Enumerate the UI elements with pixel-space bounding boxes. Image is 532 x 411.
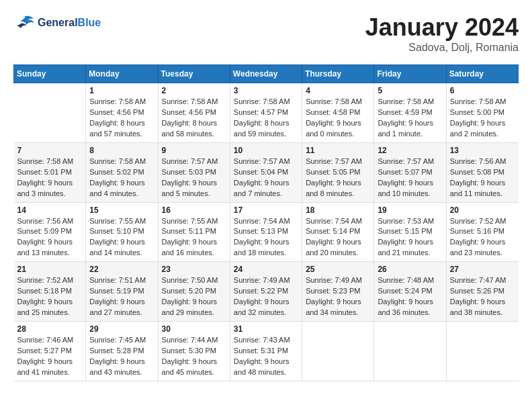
month-title: January 2024 <box>365 13 519 42</box>
header-friday: Friday <box>374 65 446 83</box>
week-row-1: 1Sunrise: 7:58 AM Sunset: 4:56 PM Daylig… <box>14 83 519 143</box>
day-info: Sunrise: 7:57 AM Sunset: 5:07 PM Dayligh… <box>378 156 442 199</box>
day-number: 6 <box>450 86 515 95</box>
header-saturday: Saturday <box>446 65 518 83</box>
day-info: Sunrise: 7:48 AM Sunset: 5:24 PM Dayligh… <box>378 275 442 318</box>
day-number: 3 <box>234 86 298 95</box>
week-row-3: 14Sunrise: 7:56 AM Sunset: 5:09 PM Dayli… <box>14 202 519 262</box>
calendar-cell: 18Sunrise: 7:54 AM Sunset: 5:14 PM Dayli… <box>302 202 374 262</box>
calendar-cell: 15Sunrise: 7:55 AM Sunset: 5:10 PM Dayli… <box>86 202 158 262</box>
day-info: Sunrise: 7:58 AM Sunset: 4:56 PM Dayligh… <box>89 97 154 140</box>
day-info: Sunrise: 7:49 AM Sunset: 5:22 PM Dayligh… <box>234 275 298 318</box>
logo-text: GeneralBlue <box>38 17 101 29</box>
calendar-cell: 22Sunrise: 7:51 AM Sunset: 5:19 PM Dayli… <box>86 262 158 322</box>
day-number: 24 <box>234 265 298 274</box>
calendar-cell <box>14 83 86 143</box>
header-thursday: Thursday <box>302 65 374 83</box>
calendar-cell: 26Sunrise: 7:48 AM Sunset: 5:24 PM Dayli… <box>374 262 446 322</box>
day-info: Sunrise: 7:55 AM Sunset: 5:10 PM Dayligh… <box>89 216 154 259</box>
calendar-cell: 5Sunrise: 7:58 AM Sunset: 4:59 PM Daylig… <box>374 83 446 143</box>
day-info: Sunrise: 7:46 AM Sunset: 5:27 PM Dayligh… <box>17 335 83 378</box>
day-number: 19 <box>378 205 442 215</box>
calendar-cell: 27Sunrise: 7:47 AM Sunset: 5:26 PM Dayli… <box>446 262 518 322</box>
day-info: Sunrise: 7:57 AM Sunset: 5:05 PM Dayligh… <box>306 156 370 199</box>
calendar-cell: 3Sunrise: 7:58 AM Sunset: 4:57 PM Daylig… <box>230 83 302 143</box>
day-info: Sunrise: 7:56 AM Sunset: 5:09 PM Dayligh… <box>17 216 83 259</box>
calendar-cell <box>302 322 374 381</box>
calendar-cell: 31Sunrise: 7:43 AM Sunset: 5:31 PM Dayli… <box>230 322 302 381</box>
day-number: 14 <box>17 205 83 215</box>
calendar-cell: 21Sunrise: 7:52 AM Sunset: 5:18 PM Dayli… <box>14 262 86 322</box>
calendar-cell: 20Sunrise: 7:52 AM Sunset: 5:16 PM Dayli… <box>446 202 518 262</box>
calendar-cell: 14Sunrise: 7:56 AM Sunset: 5:09 PM Dayli… <box>14 202 86 262</box>
day-number: 5 <box>378 86 442 95</box>
day-number: 1 <box>89 86 154 95</box>
day-number: 21 <box>17 265 83 274</box>
day-info: Sunrise: 7:50 AM Sunset: 5:20 PM Dayligh… <box>162 275 226 318</box>
day-info: Sunrise: 7:56 AM Sunset: 5:08 PM Dayligh… <box>450 156 515 199</box>
day-number: 15 <box>89 205 154 215</box>
header-monday: Monday <box>86 65 158 83</box>
calendar-cell: 29Sunrise: 7:45 AM Sunset: 5:28 PM Dayli… <box>86 322 158 381</box>
day-number: 7 <box>17 146 83 155</box>
location: Sadova, Dolj, Romania <box>365 42 519 54</box>
calendar-cell: 13Sunrise: 7:56 AM Sunset: 5:08 PM Dayli… <box>446 142 518 202</box>
day-number: 29 <box>89 324 154 334</box>
day-number: 10 <box>234 146 298 155</box>
day-info: Sunrise: 7:47 AM Sunset: 5:26 PM Dayligh… <box>450 275 515 318</box>
day-info: Sunrise: 7:45 AM Sunset: 5:28 PM Dayligh… <box>89 335 154 378</box>
day-info: Sunrise: 7:52 AM Sunset: 5:16 PM Dayligh… <box>450 216 515 259</box>
day-info: Sunrise: 7:51 AM Sunset: 5:19 PM Dayligh… <box>89 275 154 318</box>
day-info: Sunrise: 7:54 AM Sunset: 5:13 PM Dayligh… <box>234 216 298 259</box>
day-number: 8 <box>89 146 154 155</box>
day-number: 23 <box>162 265 226 274</box>
day-info: Sunrise: 7:43 AM Sunset: 5:31 PM Dayligh… <box>234 335 298 378</box>
day-number: 12 <box>378 146 442 155</box>
header-sunday: Sunday <box>14 65 86 83</box>
day-info: Sunrise: 7:55 AM Sunset: 5:11 PM Dayligh… <box>162 216 226 259</box>
calendar-cell: 8Sunrise: 7:58 AM Sunset: 5:02 PM Daylig… <box>86 142 158 202</box>
calendar-cell: 12Sunrise: 7:57 AM Sunset: 5:07 PM Dayli… <box>374 142 446 202</box>
calendar-cell: 7Sunrise: 7:58 AM Sunset: 5:01 PM Daylig… <box>14 142 86 202</box>
calendar-cell: 28Sunrise: 7:46 AM Sunset: 5:27 PM Dayli… <box>14 322 86 381</box>
calendar-cell <box>446 322 518 381</box>
day-number: 27 <box>450 265 515 274</box>
calendar-cell: 6Sunrise: 7:58 AM Sunset: 5:00 PM Daylig… <box>446 83 518 143</box>
calendar-table: SundayMondayTuesdayWednesdayThursdayFrid… <box>13 64 519 381</box>
day-info: Sunrise: 7:57 AM Sunset: 5:03 PM Dayligh… <box>162 156 226 199</box>
calendar-cell: 4Sunrise: 7:58 AM Sunset: 4:58 PM Daylig… <box>302 83 374 143</box>
page-header: GeneralBlue January 2024 Sadova, Dolj, R… <box>13 13 519 54</box>
calendar-header-row: SundayMondayTuesdayWednesdayThursdayFrid… <box>14 65 519 83</box>
title-block: January 2024 Sadova, Dolj, Romania <box>365 13 519 54</box>
calendar-cell: 30Sunrise: 7:44 AM Sunset: 5:30 PM Dayli… <box>158 322 230 381</box>
header-wednesday: Wednesday <box>230 65 302 83</box>
calendar-cell: 11Sunrise: 7:57 AM Sunset: 5:05 PM Dayli… <box>302 142 374 202</box>
day-info: Sunrise: 7:58 AM Sunset: 4:56 PM Dayligh… <box>162 97 226 140</box>
day-info: Sunrise: 7:58 AM Sunset: 4:58 PM Dayligh… <box>306 97 370 140</box>
day-info: Sunrise: 7:53 AM Sunset: 5:15 PM Dayligh… <box>378 216 442 259</box>
day-number: 26 <box>378 265 442 274</box>
day-number: 16 <box>162 205 226 215</box>
day-info: Sunrise: 7:49 AM Sunset: 5:23 PM Dayligh… <box>306 275 370 318</box>
day-number: 28 <box>17 324 83 334</box>
day-info: Sunrise: 7:58 AM Sunset: 4:57 PM Dayligh… <box>234 97 298 140</box>
calendar-cell: 24Sunrise: 7:49 AM Sunset: 5:22 PM Dayli… <box>230 262 302 322</box>
day-number: 30 <box>162 324 226 334</box>
day-info: Sunrise: 7:54 AM Sunset: 5:14 PM Dayligh… <box>306 216 370 259</box>
logo: GeneralBlue <box>13 13 101 32</box>
day-number: 4 <box>306 86 370 95</box>
calendar-cell: 17Sunrise: 7:54 AM Sunset: 5:13 PM Dayli… <box>230 202 302 262</box>
calendar-cell: 23Sunrise: 7:50 AM Sunset: 5:20 PM Dayli… <box>158 262 230 322</box>
day-info: Sunrise: 7:58 AM Sunset: 5:01 PM Dayligh… <box>17 156 83 199</box>
calendar-cell: 10Sunrise: 7:57 AM Sunset: 5:04 PM Dayli… <box>230 142 302 202</box>
week-row-5: 28Sunrise: 7:46 AM Sunset: 5:27 PM Dayli… <box>14 322 519 381</box>
day-info: Sunrise: 7:58 AM Sunset: 5:02 PM Dayligh… <box>89 156 154 199</box>
calendar-cell: 1Sunrise: 7:58 AM Sunset: 4:56 PM Daylig… <box>86 83 158 143</box>
calendar-cell <box>374 322 446 381</box>
day-info: Sunrise: 7:57 AM Sunset: 5:04 PM Dayligh… <box>234 156 298 199</box>
day-number: 18 <box>306 205 370 215</box>
day-number: 17 <box>234 205 298 215</box>
calendar-cell: 25Sunrise: 7:49 AM Sunset: 5:23 PM Dayli… <box>302 262 374 322</box>
week-row-4: 21Sunrise: 7:52 AM Sunset: 5:18 PM Dayli… <box>14 262 519 322</box>
day-number: 31 <box>234 324 298 334</box>
